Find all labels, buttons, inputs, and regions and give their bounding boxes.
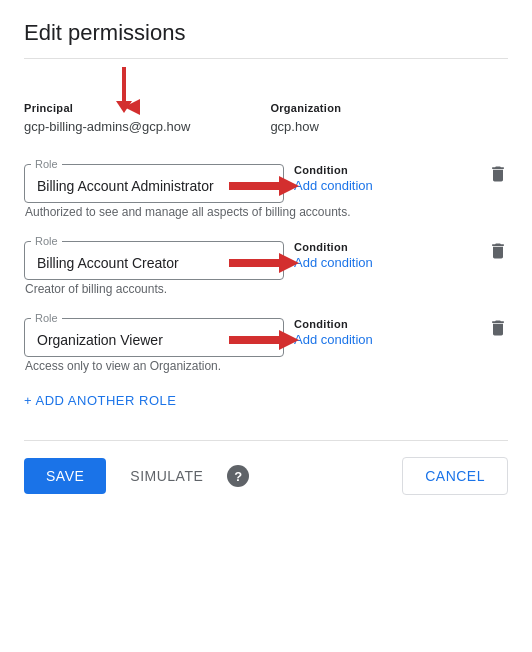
role-label-2: Role — [31, 235, 62, 247]
save-button[interactable]: SAVE — [24, 458, 106, 494]
condition-label-3: Condition — [294, 318, 373, 330]
role-description-1: Authorized to see and manage all aspects… — [25, 205, 508, 219]
role-block-2: Role Billing Account Creator Condition A… — [24, 235, 508, 296]
svg-marker-2 — [116, 101, 132, 113]
role-value-3: Organization Viewer — [37, 332, 163, 348]
role-description-3: Access only to view an Organization. — [25, 359, 508, 373]
svg-marker-5 — [229, 330, 299, 350]
help-icon[interactable]: ? — [227, 465, 249, 487]
organization-value: gcp.how — [270, 119, 318, 134]
role-label-1: Role — [31, 158, 62, 170]
page-title: Edit permissions — [24, 20, 508, 59]
add-condition-link-3[interactable]: Add condition — [294, 332, 373, 347]
delete-role-1-icon[interactable] — [488, 164, 508, 184]
svg-marker-3 — [229, 176, 299, 196]
role-label-3: Role — [31, 312, 62, 324]
condition-label-1: Condition — [294, 164, 373, 176]
role-value-1: Billing Account Administrator — [37, 178, 214, 194]
condition-label-2: Condition — [294, 241, 373, 253]
condition-arrow-3-icon — [229, 328, 299, 352]
simulate-button[interactable]: SIMULATE — [122, 458, 211, 494]
svg-marker-4 — [229, 253, 299, 273]
cancel-button[interactable]: CANCEL — [402, 457, 508, 495]
add-another-role-button[interactable]: + ADD ANOTHER ROLE — [24, 389, 176, 412]
role-block-1: Role Billing Account Administrator Condi… — [24, 158, 508, 219]
role-description-2: Creator of billing accounts. — [25, 282, 508, 296]
role-block-3: Role Organization Viewer Condition Add c… — [24, 312, 508, 373]
condition-arrow-2-icon — [229, 251, 299, 275]
add-condition-link-1[interactable]: Add condition — [294, 178, 373, 193]
condition-arrow-1-icon — [229, 174, 299, 198]
organization-label: Organization — [270, 102, 341, 114]
role-value-2: Billing Account Creator — [37, 255, 179, 271]
principal-arrow-icon — [104, 65, 144, 113]
add-condition-link-2[interactable]: Add condition — [294, 255, 373, 270]
principal-value: gcp-billing-admins@gcp.how — [24, 119, 190, 134]
delete-role-3-icon[interactable] — [488, 318, 508, 338]
delete-role-2-icon[interactable] — [488, 241, 508, 261]
